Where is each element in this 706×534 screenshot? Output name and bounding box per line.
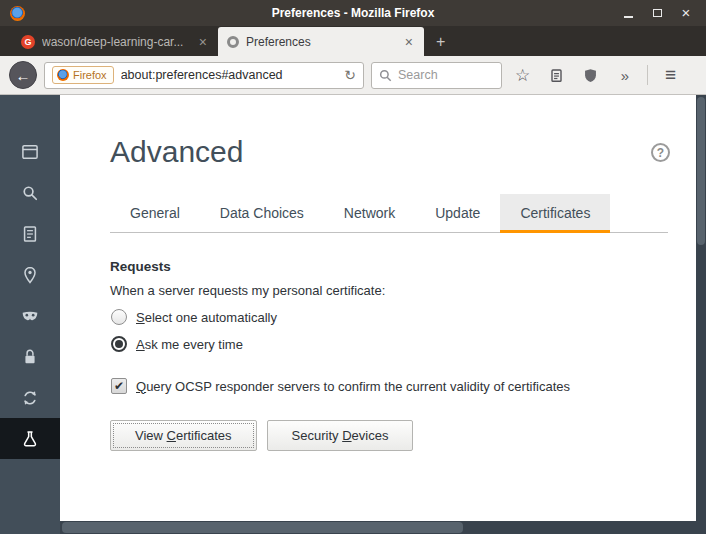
label-accesskey: S	[136, 310, 145, 325]
search-category-icon	[20, 183, 40, 203]
sidebar-item-security[interactable]	[0, 336, 60, 377]
site-favicon-icon: G	[21, 35, 35, 49]
radio-row-select-automatically[interactable]: Select one automatically	[111, 309, 668, 325]
radio-row-ask-every-time[interactable]: Ask me every time	[111, 336, 668, 352]
category-sidebar	[0, 95, 60, 534]
label-part: ertificates	[176, 428, 232, 443]
radio-button-ask-every-time[interactable]	[111, 336, 127, 352]
section-title: Requests	[110, 259, 668, 274]
security-devices-button[interactable]: Security Devices	[267, 420, 414, 451]
sidebar-item-sync[interactable]	[0, 377, 60, 418]
tab-close-icon[interactable]: ×	[197, 34, 209, 50]
label-part: Security	[292, 428, 343, 443]
general-icon	[20, 142, 40, 162]
minimize-button[interactable]	[622, 6, 634, 20]
ocsp-checkbox[interactable]: ✔	[111, 378, 127, 394]
tab-general[interactable]: General	[110, 194, 200, 232]
tab-title: Preferences	[246, 35, 396, 49]
maximize-button[interactable]	[651, 6, 663, 20]
label-part: sk me every time	[145, 337, 243, 352]
sidebar-item-applications[interactable]	[0, 254, 60, 295]
tab-update[interactable]: Update	[415, 194, 500, 232]
document-icon	[20, 224, 40, 244]
tab-close-icon[interactable]: ×	[403, 34, 415, 50]
button-row: View Certificates Security Devices	[110, 420, 668, 451]
minimize-icon	[624, 16, 633, 18]
sidebar-item-search[interactable]	[0, 172, 60, 213]
page-title: Advanced	[110, 135, 668, 169]
maximize-icon	[653, 9, 662, 17]
sidebar-item-advanced[interactable]	[0, 418, 60, 459]
vertical-scrollbar[interactable]	[696, 95, 706, 521]
ocsp-checkbox-row[interactable]: ✔ Query OCSP responder servers to confir…	[111, 378, 668, 394]
sidebar-item-content[interactable]	[0, 213, 60, 254]
firefox-badge-icon	[57, 69, 69, 81]
identity-badge[interactable]: Firefox	[52, 66, 114, 84]
url-bar[interactable]: Firefox ↻	[44, 62, 364, 89]
mask-icon	[20, 306, 40, 326]
horizontal-scrollbar[interactable]	[60, 521, 706, 534]
label-accesskey: A	[136, 337, 145, 352]
hamburger-menu-icon[interactable]: ≡	[657, 61, 684, 89]
clipboard-icon	[549, 68, 564, 83]
radio-label[interactable]: Ask me every time	[136, 337, 243, 352]
tab-title: wason/deep-learning-car...	[42, 35, 190, 49]
gear-favicon-icon	[227, 36, 239, 48]
reload-icon[interactable]: ↻	[344, 67, 356, 83]
search-bar[interactable]	[371, 62, 502, 89]
label-accesskey: C	[167, 428, 176, 443]
window-titlebar: Preferences - Mozilla Firefox ×	[0, 0, 706, 26]
view-certificates-button[interactable]: View Certificates	[110, 420, 257, 451]
overflow-chevrons-icon[interactable]: »	[611, 61, 638, 89]
preferences-content: Advanced ? General Data Choices Network …	[60, 95, 706, 534]
radio-label[interactable]: Select one automatically	[136, 310, 277, 325]
identity-label: Firefox	[73, 69, 107, 81]
search-input[interactable]	[398, 68, 494, 82]
pin-icon	[20, 265, 40, 285]
browser-tab-preferences[interactable]: Preferences ×	[218, 27, 424, 56]
sidebar-item-privacy[interactable]	[0, 295, 60, 336]
tab-certificates[interactable]: Certificates	[500, 194, 610, 232]
advanced-tab-strip: General Data Choices Network Update Cert…	[110, 194, 668, 233]
lock-icon	[20, 347, 40, 367]
url-input[interactable]	[121, 68, 338, 82]
navigation-toolbar: ← Firefox ↻ ☆ » ≡	[0, 56, 706, 95]
label-part: evices	[352, 428, 389, 443]
bookmarks-list-icon[interactable]	[543, 61, 570, 89]
browser-tab-bar: G wason/deep-learning-car... × Preferenc…	[0, 26, 706, 56]
certificate-request-label: When a server requests my personal certi…	[110, 283, 668, 298]
flask-icon	[20, 429, 40, 449]
label-accesskey: Q	[136, 379, 146, 394]
browser-tab-repo[interactable]: G wason/deep-learning-car... ×	[12, 27, 218, 56]
radio-button-select-automatically[interactable]	[111, 309, 127, 325]
main-area: Advanced ? General Data Choices Network …	[0, 95, 706, 534]
label-part: uery OCSP responder servers to confirm t…	[146, 379, 570, 394]
bookmark-star-icon[interactable]: ☆	[509, 61, 536, 89]
checkbox-label[interactable]: Query OCSP responder servers to confirm …	[136, 379, 570, 394]
label-accesskey: D	[342, 428, 351, 443]
tab-network[interactable]: Network	[324, 194, 415, 232]
sync-icon	[20, 388, 40, 408]
horizontal-scrollbar-thumb[interactable]	[62, 522, 463, 533]
new-tab-button[interactable]: +	[424, 27, 457, 56]
toolbar-separator	[647, 65, 648, 85]
help-icon[interactable]: ?	[651, 143, 670, 162]
firefox-logo-icon	[10, 6, 25, 21]
label-part: View	[135, 428, 167, 443]
back-button[interactable]: ←	[9, 61, 37, 89]
window-controls: ×	[622, 6, 696, 20]
close-button[interactable]: ×	[680, 6, 692, 20]
vertical-scrollbar-thumb[interactable]	[697, 97, 705, 245]
sidebar-item-general[interactable]	[0, 131, 60, 172]
shield-icon[interactable]	[577, 61, 604, 89]
tab-data-choices[interactable]: Data Choices	[200, 194, 324, 232]
label-part: elect one automatically	[145, 310, 277, 325]
shield-glyph	[583, 68, 598, 83]
search-icon	[379, 69, 392, 82]
window-title: Preferences - Mozilla Firefox	[0, 6, 706, 20]
